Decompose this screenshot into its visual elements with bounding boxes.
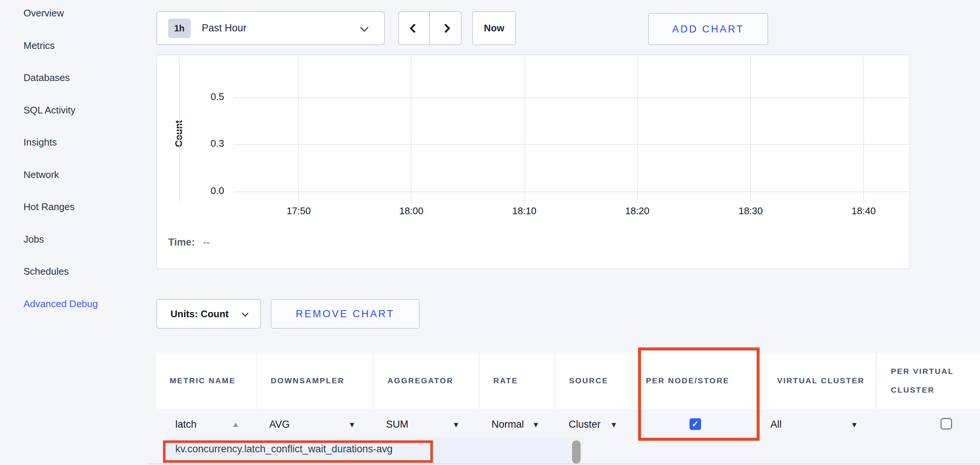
source-select[interactable]: Cluster — [569, 419, 601, 430]
x-tick-1830: 18:30 — [725, 205, 777, 217]
h-gridline — [234, 192, 909, 192]
metric-name-input[interactable]: latch — [175, 419, 197, 430]
sidebar-item-advanced-debug[interactable]: Advanced Debug — [24, 298, 98, 314]
v-gridline — [411, 57, 412, 203]
aggregator-select[interactable]: SUM — [386, 419, 408, 430]
col-header-aggregator: AGGREGATOR — [374, 353, 479, 409]
col-header-source: SOURCE — [556, 353, 631, 409]
x-tick-1750: 17:50 — [273, 205, 325, 217]
v-gridline — [863, 57, 864, 203]
next-time-button[interactable] — [430, 12, 461, 45]
now-button[interactable]: Now — [472, 11, 516, 45]
chart-card: Count 0.5 0.3 0.0 17:50 18:00 18:10 18:2… — [156, 54, 910, 269]
rate-select[interactable]: Normal — [492, 419, 524, 430]
v-gridline — [298, 57, 299, 203]
v-gridline — [524, 57, 525, 203]
metric-suggestion-item[interactable]: kv.concurrency.latch_conflict_wait_durat… — [175, 443, 393, 455]
x-tick-1800: 18:00 — [385, 205, 438, 217]
time-range-label: Past Hour — [202, 22, 247, 34]
virtual-cluster-select[interactable]: All — [770, 419, 782, 430]
checkmark-icon: ✓ — [692, 419, 699, 429]
sidebar-item-databases[interactable]: Databases — [24, 72, 70, 88]
y-tick-0.3: 0.3 — [187, 138, 224, 149]
time-pager — [398, 11, 462, 45]
col-header-per-node-store: PER NODE/STORE — [632, 353, 761, 409]
advanced-debug-custom-chart-page: Overview Metrics Databases SQL Activity … — [0, 0, 980, 465]
x-tick-1840: 18:40 — [838, 205, 890, 217]
section-divider — [149, 463, 980, 464]
time-readout: Time:-- — [168, 236, 210, 248]
col-header-virtual-cluster: VIRTUAL CLUSTER — [764, 353, 875, 409]
y-tick-0.5: 0.5 — [187, 91, 224, 102]
sidebar-item-jobs[interactable]: Jobs — [24, 233, 44, 249]
h-gridline — [234, 97, 909, 98]
dropdown-scrollbar-thumb[interactable] — [572, 440, 581, 463]
col-header-per-virtual-cluster: PER VIRTUAL CLUSTER — [877, 353, 980, 409]
per-node-store-checkbox[interactable]: ✓ — [689, 419, 701, 430]
caret-down-icon[interactable]: ▼ — [851, 420, 858, 429]
v-gridline — [750, 57, 751, 203]
sort-up-caret-icon[interactable]: ▲ — [232, 420, 239, 429]
chevron-down-icon — [242, 310, 248, 316]
v-gridline — [637, 57, 638, 203]
sidebar-item-network[interactable]: Network — [24, 169, 59, 185]
sidebar-item-schedules[interactable]: Schedules — [24, 266, 68, 281]
sidebar-item-insights[interactable]: Insights — [24, 137, 57, 152]
sidebar-item-hot-ranges[interactable]: Hot Ranges — [24, 201, 75, 217]
prev-time-button[interactable] — [399, 12, 430, 45]
time-range-select[interactable]: 1h Past Hour — [156, 11, 385, 45]
time-readout-label: Time: — [168, 236, 195, 248]
add-chart-button[interactable]: ADD CHART — [648, 13, 768, 45]
col-header-rate: RATE — [480, 353, 554, 409]
downsampler-select[interactable]: AVG — [269, 419, 290, 430]
caret-down-icon[interactable]: ▼ — [452, 420, 460, 429]
chevron-down-icon — [360, 24, 369, 32]
sidebar-item-metrics[interactable]: Metrics — [24, 40, 55, 56]
units-select[interactable]: Units: Count — [156, 299, 261, 329]
col-header-metric-name: METRIC NAME — [156, 353, 256, 409]
sidebar-item-sql-activity[interactable]: SQL Activity — [24, 104, 75, 120]
caret-down-icon[interactable]: ▼ — [532, 420, 539, 429]
x-tick-1810: 18:10 — [498, 205, 550, 217]
chevron-right-icon — [441, 24, 450, 33]
sidebar-item-overview[interactable]: Overview — [24, 8, 64, 23]
time-readout-value: -- — [203, 236, 210, 248]
per-virtual-cluster-checkbox[interactable] — [940, 418, 952, 430]
remove-chart-button[interactable]: REMOVE CHART — [271, 299, 420, 329]
time-range-badge: 1h — [168, 19, 191, 38]
metric-suggestions-dropdown: kv.concurrency.latch_conflict_wait_durat… — [166, 437, 583, 463]
h-gridline — [234, 144, 909, 145]
units-select-label: Units: Count — [170, 308, 229, 320]
caret-down-icon[interactable]: ▼ — [348, 420, 356, 429]
y-tick-0.0: 0.0 — [187, 185, 224, 197]
v-gridline — [179, 57, 180, 203]
chevron-left-icon — [409, 24, 419, 33]
col-header-downsampler: DOWNSAMPLER — [257, 353, 372, 409]
caret-down-icon[interactable]: ▼ — [610, 420, 617, 429]
x-tick-1820: 18:20 — [611, 205, 663, 217]
